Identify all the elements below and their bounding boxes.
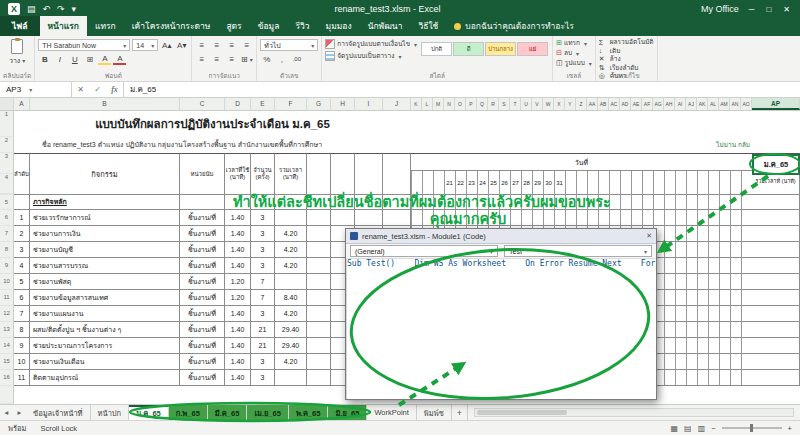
cell-qty[interactable]: 3 <box>251 306 275 322</box>
cell-month-total[interactable] <box>752 258 800 274</box>
wrap-text-icon[interactable]: ≡ <box>240 39 253 51</box>
cell-month-total[interactable] <box>752 290 800 306</box>
cell-unit[interactable]: ชิ้นงาน/ที่ <box>180 322 225 338</box>
name-box[interactable]: AP3 ▾ <box>0 82 72 97</box>
cell-qty[interactable]: 3 <box>251 258 275 274</box>
cell-month-total[interactable] <box>752 322 800 338</box>
cell-qty[interactable]: 3 <box>251 370 275 386</box>
ribbon-tab[interactable]: สูตร <box>218 16 249 36</box>
column-header[interactable]: A <box>14 98 30 110</box>
header-cell-blank[interactable] <box>383 153 411 195</box>
cell-index[interactable]: 7 <box>14 306 30 322</box>
redo-icon[interactable]: ↷ <box>57 4 65 14</box>
zoom-out-button[interactable]: − <box>711 424 715 433</box>
cell-unit[interactable]: ชิ้นงาน/ที่ <box>180 338 225 354</box>
header-cell-blank[interactable] <box>331 153 355 195</box>
cell-activity[interactable]: ช่วยงานข้อมูลสารสนเทศ <box>30 290 180 306</box>
vba-code-area[interactable]: Sub Test() Dim WS As Worksheet On Error … <box>346 259 656 399</box>
cell-index[interactable]: 2 <box>14 226 30 242</box>
cell-ap3-month-name[interactable]: ม.ค_65 <box>752 154 800 175</box>
bold-button[interactable]: B <box>38 53 51 65</box>
column-header[interactable]: E <box>251 98 275 110</box>
day-number-cell[interactable]: 25 <box>488 171 499 195</box>
cell-activity[interactable]: ช่วยประมาณการโครงการ <box>30 338 180 354</box>
cell-time[interactable]: 1.40 <box>225 242 251 258</box>
cell-style-swatch[interactable]: แย่ <box>517 42 548 56</box>
row-header[interactable]: 5 <box>0 195 14 210</box>
cell-index[interactable]: 11 <box>14 370 30 386</box>
cell-total[interactable]: 29.40 <box>275 322 307 338</box>
row-header[interactable]: 6 <box>0 210 14 226</box>
column-header[interactable]: B <box>30 98 180 110</box>
ribbon-tab[interactable]: รีวิว <box>287 16 317 36</box>
header-cell-blank[interactable] <box>355 153 383 195</box>
cell-index[interactable]: 9 <box>14 338 30 354</box>
ribbon-tab[interactable]: วิธีใช้ <box>410 16 446 36</box>
cell[interactable] <box>307 306 331 322</box>
cell-time[interactable]: 1.40 <box>225 226 251 242</box>
decimal-button[interactable]: .00 <box>290 53 303 65</box>
cell-total[interactable]: 4.20 <box>275 242 307 258</box>
header-cell-qty[interactable]: จำนวน (ครั้ง) <box>251 153 275 195</box>
row-header[interactable]: 1 <box>0 111 14 137</box>
percent-style-button[interactable]: % <box>260 53 273 65</box>
align-bottom-icon[interactable]: ≡ <box>225 39 238 51</box>
cell-time[interactable]: 1.40 <box>225 306 251 322</box>
cell-total[interactable]: 4.20 <box>275 258 307 274</box>
cell-time[interactable]: 1.20 <box>225 274 251 290</box>
row-header[interactable]: 11 <box>0 290 14 306</box>
sheet-subtitle[interactable]: ชื่อ rename_test3 ตำแหน่ง ปฏิบัติงาน กลุ… <box>14 137 411 153</box>
cell-month-total[interactable] <box>752 210 800 226</box>
scrollbar-thumb[interactable] <box>477 410 567 415</box>
cell-style-swatch[interactable]: ปานกลาง <box>485 42 516 56</box>
column-header[interactable]: C <box>180 98 225 110</box>
day-number-cell[interactable]: 22 <box>455 171 466 195</box>
cell-index[interactable]: 10 <box>14 354 30 370</box>
cell-month-total[interactable] <box>752 242 800 258</box>
insert-function-icon[interactable]: fx <box>111 85 118 94</box>
editing-button[interactable]: ↓ เติม <box>599 47 654 56</box>
sheet-tab[interactable]: WorkPoint <box>367 405 416 420</box>
account-name[interactable]: My Office <box>691 4 749 14</box>
cancel-icon[interactable]: ✕ <box>77 85 84 94</box>
day-number-cell[interactable]: 21 <box>444 171 455 195</box>
cell-qty[interactable]: 7 <box>251 274 275 290</box>
ribbon-tab[interactable]: ไฟล์ <box>0 16 40 36</box>
cell-unit[interactable]: ชิ้นงาน/ที่ <box>180 370 225 386</box>
cell-qty[interactable]: 3 <box>251 354 275 370</box>
view-normal-icon[interactable]: ▦ <box>671 424 679 433</box>
column-header[interactable]: J <box>383 98 411 110</box>
save-icon[interactable]: ▤ <box>27 4 36 14</box>
select-all-corner[interactable] <box>0 98 14 110</box>
qat-caret-icon[interactable]: ▾ <box>72 4 77 14</box>
cell[interactable] <box>307 290 331 306</box>
vba-close-icon[interactable]: ✕ <box>646 232 652 240</box>
cell-time[interactable]: 1.40 <box>225 322 251 338</box>
day-number-cell[interactable]: 31 <box>554 171 565 195</box>
cells-button[interactable]: ⊞ แทรก ▾ <box>556 38 592 48</box>
row-header[interactable]: 13 <box>0 322 14 338</box>
cell-month-total[interactable] <box>752 338 800 354</box>
sheet-tab[interactable]: มี.ค_65 <box>208 405 248 420</box>
cell-qty[interactable]: 21 <box>251 338 275 354</box>
row-header[interactable]: 8 <box>0 242 14 258</box>
cell-index[interactable]: 6 <box>14 290 30 306</box>
merge-center-button[interactable]: ⊞▾ <box>240 53 253 65</box>
day-number-cell[interactable]: 26 <box>499 171 510 195</box>
zoom-in-button[interactable]: + <box>788 424 792 433</box>
view-page-break-icon[interactable]: ▥ <box>698 424 706 433</box>
column-header[interactable]: F <box>275 98 307 110</box>
column-header[interactable]: I <box>355 98 383 110</box>
header-cell-activity[interactable]: กิจกรรม <box>30 153 180 195</box>
cell-note[interactable]: ไม่มาน กลับ <box>411 137 752 153</box>
cell-index[interactable]: 1 <box>14 210 30 226</box>
cell-activity[interactable]: ช่วยงานพัสดุ <box>30 274 180 290</box>
vba-object-dropdown[interactable]: (General) ▾ <box>350 245 498 257</box>
ribbon-tab[interactable]: นักพัฒนา <box>360 16 411 36</box>
day-number-cell[interactable]: 29 <box>532 171 543 195</box>
enter-icon[interactable]: ✓ <box>94 85 101 94</box>
cell[interactable] <box>307 258 331 274</box>
sheet-nav-right-icon[interactable]: ▸ <box>13 405 26 420</box>
cell-activity[interactable]: ติดตามอุปกรณ์ <box>30 370 180 386</box>
sheet-tab[interactable]: พ.ค_65 <box>289 405 329 420</box>
